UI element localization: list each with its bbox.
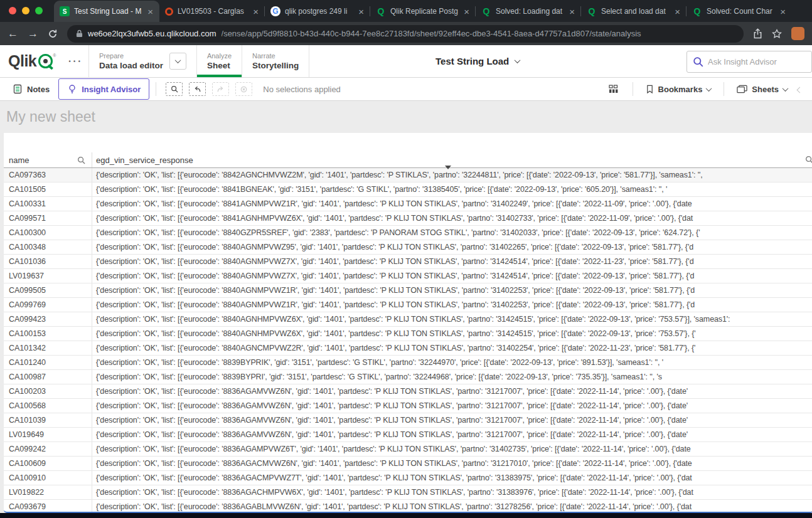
tab-close-icon[interactable]: × [569, 7, 575, 16]
cell-name[interactable]: CA101240 [4, 356, 92, 369]
cell-name[interactable]: CA101342 [4, 341, 92, 355]
app-title-menu[interactable]: Test String Load [435, 45, 520, 77]
close-window-button[interactable] [9, 7, 16, 14]
cell-response[interactable]: {'description': 'OK', 'list': [{'eurocod… [92, 356, 812, 369]
step-forward-selection-button[interactable] [212, 82, 229, 96]
browser-tab[interactable]: Q Select and load dat × [581, 1, 686, 22]
cell-name[interactable]: LV019637 [4, 269, 92, 283]
cell-response[interactable]: {'description': 'OK', 'list': [{'eurocod… [92, 298, 812, 312]
cell-name[interactable]: CA100987 [4, 370, 92, 384]
previous-sheet-chevron[interactable] [794, 83, 809, 95]
clear-selections-button[interactable] [235, 82, 252, 96]
cell-name[interactable]: CA099571 [4, 211, 92, 225]
cell-name[interactable]: LV019822 [4, 485, 92, 499]
cell-name[interactable]: CA101039 [4, 413, 92, 427]
cell-name[interactable]: CA093679 [4, 500, 92, 513]
insight-advisor-button[interactable]: Insight Advisor [58, 78, 149, 100]
selections-tool-button[interactable] [166, 82, 183, 96]
notes-button[interactable]: Notes [6, 84, 56, 94]
column-search-icon[interactable] [77, 156, 85, 164]
tab-close-icon[interactable]: × [147, 7, 154, 16]
insight-advisor-search[interactable] [686, 51, 812, 73]
bookmarks-button[interactable]: Bookmarks [639, 85, 718, 94]
address-bar[interactable]: we6oe2lqx3ufwb5.eu.qlikcloud.com/sense/a… [67, 25, 744, 43]
tab-close-icon[interactable]: × [779, 7, 786, 16]
nav-narrate[interactable]: Narrate Storytelling [242, 45, 309, 77]
cell-response[interactable]: {'description': 'OK', 'list': [{'eurocod… [92, 168, 812, 182]
share-icon[interactable] [753, 28, 762, 39]
qlik-favicon: Q [587, 6, 597, 16]
cell-name[interactable]: CA097363 [4, 168, 92, 182]
cell-response[interactable]: {'description': 'OK', 'list': [{'eurocod… [92, 255, 812, 268]
cell-response[interactable]: {'description': 'OK', 'list': [{'eurocod… [92, 384, 812, 398]
cell-response[interactable]: {'description': 'OK', 'list': [{'eurocod… [92, 283, 812, 297]
cell-name[interactable]: CA100153 [4, 327, 92, 341]
more-menu-icon[interactable]: • • • [61, 45, 88, 77]
cell-response[interactable]: {'description': 'OK', 'list': [{'eurocod… [92, 312, 812, 326]
cell-name[interactable]: CA100348 [4, 240, 92, 254]
cell-name[interactable]: LV019649 [4, 428, 92, 441]
cell-name[interactable]: CA100609 [4, 457, 92, 470]
nav-analyze[interactable]: Analyze Sheet [197, 45, 242, 77]
table-row: LV019637 {'description': 'OK', 'list': [… [4, 269, 812, 283]
profile-avatar[interactable] [791, 27, 804, 40]
minimize-window-button[interactable] [22, 7, 29, 14]
show-charts-grid-icon[interactable] [601, 85, 626, 93]
cell-response[interactable]: {'description': 'OK', 'list': [{'eurocod… [92, 182, 812, 196]
cell-name[interactable]: CA100300 [4, 226, 92, 240]
cell-response[interactable]: {'description': 'OK', 'list': [{'eurocod… [92, 327, 812, 341]
cell-response[interactable]: {'description': 'OK', 'list': [{'eurocod… [92, 471, 812, 485]
cell-response[interactable]: {'description': 'OK', 'list': [{'eurocod… [92, 485, 812, 499]
cell-name[interactable]: CA101505 [4, 182, 92, 196]
cell-response[interactable]: {'description': 'OK', 'list': [{'eurocod… [92, 197, 812, 211]
cell-name[interactable]: CA100331 [4, 197, 92, 211]
cell-response[interactable]: {'description': 'OK', 'list': [{'eurocod… [92, 500, 812, 513]
tab-close-icon[interactable]: × [358, 7, 365, 16]
browser-tab[interactable]: G qlik postgres 249 li × [265, 1, 370, 22]
cell-name[interactable]: CA099242 [4, 442, 92, 456]
zoom-window-button[interactable] [35, 7, 43, 14]
cell-name[interactable]: CA099769 [4, 298, 92, 312]
table-object: name egd_vin_service_response CA097363 {… [4, 133, 812, 513]
cell-name[interactable]: CA101036 [4, 255, 92, 268]
cell-response[interactable]: {'description': 'OK', 'list': [{'eurocod… [92, 399, 812, 413]
back-icon[interactable]: ← [8, 28, 18, 39]
cell-name[interactable]: CA100203 [4, 384, 92, 398]
bookmark-star-icon[interactable] [772, 29, 782, 39]
cell-response[interactable]: {'description': 'OK', 'list': [{'eurocod… [92, 240, 812, 254]
reload-icon[interactable] [48, 29, 58, 39]
cell-name[interactable]: CA099423 [4, 312, 92, 326]
cell-name[interactable]: CA099505 [4, 283, 92, 297]
tab-close-icon[interactable]: × [252, 7, 259, 16]
browser-tab[interactable]: Q Qlik Replicate Postg × [370, 1, 476, 22]
browser-tab[interactable]: Q Solved: Count Char × [686, 1, 792, 22]
column-header-name[interactable]: name [4, 152, 92, 167]
browser-tab-bar: S Test String Load - M × LV019503 - Carg… [0, 0, 812, 22]
cell-response[interactable]: {'description': 'OK', 'list': [{'eurocod… [92, 457, 812, 470]
column-header-response[interactable]: egd_vin_service_response [92, 152, 812, 167]
column-label: name [9, 156, 29, 165]
cell-name[interactable]: CA100910 [4, 471, 92, 485]
browser-tab[interactable]: Q Solved: Loading dat × [476, 1, 581, 22]
forward-icon[interactable]: → [28, 28, 38, 39]
tab-strip: S Test String Load - M × LV019503 - Carg… [54, 0, 812, 22]
cell-response[interactable]: {'description': 'OK', 'list': [{'eurocod… [92, 211, 812, 225]
cell-response[interactable]: {'description': 'OK', 'list': [{'eurocod… [92, 370, 812, 384]
tab-close-icon[interactable]: × [463, 7, 470, 16]
search-input[interactable] [708, 57, 806, 66]
column-search-icon[interactable] [805, 156, 812, 164]
prepare-dropdown-button[interactable] [169, 53, 186, 70]
sheets-button[interactable]: Sheets [730, 85, 794, 94]
cell-response[interactable]: {'description': 'OK', 'list': [{'eurocod… [92, 442, 812, 456]
nav-prepare[interactable]: Prepare Data load editor [89, 45, 196, 77]
tab-close-icon[interactable]: × [674, 7, 681, 16]
cell-name[interactable]: CA100568 [4, 399, 92, 413]
step-back-selection-button[interactable] [189, 82, 206, 96]
cell-response[interactable]: {'description': 'OK', 'list': [{'eurocod… [92, 341, 812, 355]
cell-response[interactable]: {'description': 'OK', 'list': [{'eurocod… [92, 428, 812, 441]
browser-tab[interactable]: LV019503 - Carglas × [159, 1, 265, 22]
cell-response[interactable]: {'description': 'OK', 'list': [{'eurocod… [92, 269, 812, 283]
browser-tab[interactable]: S Test String Load - M × [54, 1, 159, 22]
cell-response[interactable]: {'description': 'OK', 'list': [{'eurocod… [92, 413, 812, 427]
cell-response[interactable]: {'description': 'OK', 'list': [{'eurocod… [92, 226, 812, 240]
